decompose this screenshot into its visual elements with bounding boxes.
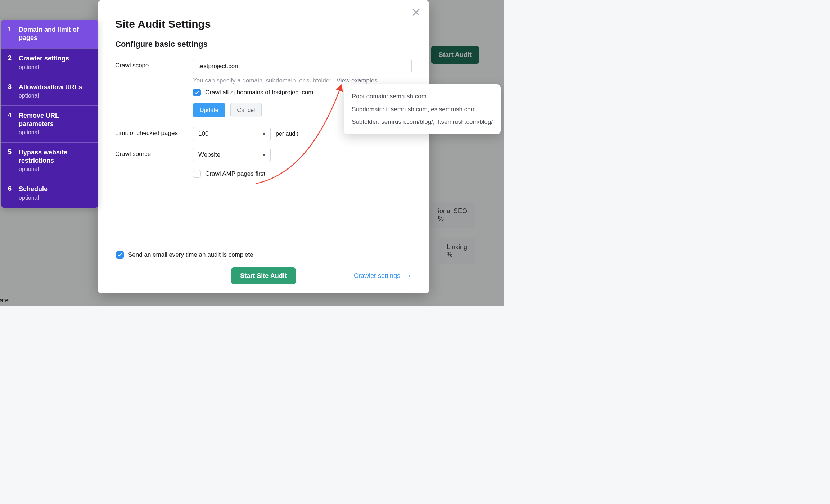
limit-pages-value: 100 [198,130,208,138]
modal-title: Site Audit Settings [115,18,412,30]
step-number: 1 [8,26,12,42]
step-number: 6 [8,185,12,201]
step-1-domain-limit[interactable]: 1 Domain and limit of pages [1,20,98,48]
step-sublabel: optional [19,195,48,201]
step-3-allow-disallow[interactable]: 3 Allow/disallow URLs optional [1,77,98,106]
popover-line-root-domain: Root domain: semrush.com [352,90,493,103]
step-label: Bypass website restrictions [19,148,91,165]
wizard-steps: 1 Domain and limit of pages 2 Crawler se… [1,20,98,208]
crawl-scope-input[interactable] [193,59,412,73]
crawl-amp-checkbox[interactable] [193,170,201,178]
step-number: 4 [8,112,12,136]
crawl-subdomains-label: Crawl all subdomains of testproject.com [205,89,313,96]
step-sublabel: optional [19,93,82,99]
crawl-scope-hint: You can specify a domain, subdomain, or … [193,77,333,84]
step-6-schedule[interactable]: 6 Schedule optional [1,179,98,208]
crawl-source-value: Website [198,151,220,158]
view-examples-link[interactable]: View examples [337,77,378,85]
popover-line-subdomain: Subdomain: it.semrush.com, es.semrush.co… [352,103,493,116]
popover-line-subfolder: Subfolder: semrush.com/blog/, it.semrush… [352,116,493,129]
step-5-bypass-restrictions[interactable]: 5 Bypass website restrictions optional [1,142,98,179]
step-label: Crawler settings [19,54,69,63]
start-site-audit-button[interactable]: Start Site Audit [231,267,296,284]
crawler-settings-label: Crawler settings [354,272,400,280]
step-number: 2 [8,54,12,71]
limit-pages-select[interactable]: 100 ▾ [193,127,271,141]
cancel-button[interactable]: Cancel [230,103,262,117]
examples-popover: Root domain: semrush.com Subdomain: it.s… [344,84,501,134]
crawl-source-select[interactable]: Website ▾ [193,148,271,162]
step-label: Allow/disallow URLs [19,83,82,91]
arrow-right-icon: → [405,272,412,280]
step-number: 5 [8,148,12,172]
chevron-down-icon: ▾ [263,152,265,158]
step-4-url-parameters[interactable]: 4 Remove URL parameters optional [1,105,98,142]
update-button[interactable]: Update [193,103,225,117]
crawl-scope-label: Crawl scope [115,59,193,69]
modal-subtitle: Configure basic settings [115,40,412,49]
crawl-amp-label: Crawl AMP pages first [205,170,265,177]
step-sublabel: optional [19,166,91,172]
close-icon[interactable] [411,7,421,17]
step-2-crawler-settings[interactable]: 2 Crawler settings optional [1,48,98,77]
crawl-subdomains-checkbox[interactable] [193,89,201,96]
site-audit-settings-modal: Site Audit Settings Configure basic sett… [98,0,429,293]
limit-pages-label: Limit of checked pages [115,127,193,137]
modal-footer: Send an email every time an audit is com… [115,251,412,284]
chevron-down-icon: ▾ [263,131,265,137]
step-label: Domain and limit of pages [19,26,91,42]
crawler-settings-link[interactable]: Crawler settings → [354,272,412,280]
step-label: Remove URL parameters [19,112,91,128]
step-label: Schedule [19,185,48,193]
step-sublabel: optional [19,129,91,136]
step-sublabel: optional [19,64,69,71]
limit-pages-suffix: per audit [276,131,298,137]
email-notify-label: Send an email every time an audit is com… [128,251,255,258]
email-notify-checkbox[interactable] [116,251,124,259]
step-number: 3 [8,83,12,99]
crawl-source-label: Crawl source [115,148,193,158]
